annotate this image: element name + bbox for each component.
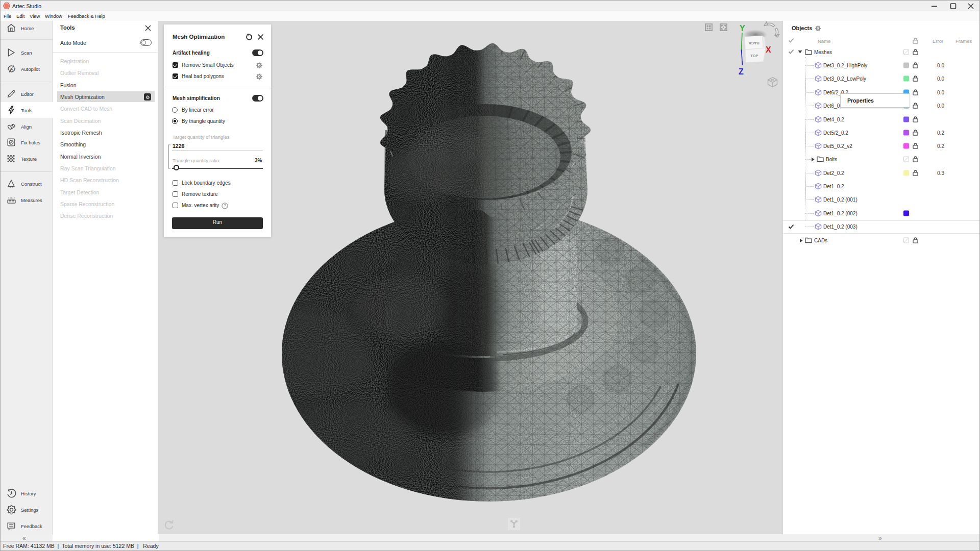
svg-text:Y: Y xyxy=(740,24,745,33)
svg-text:A: A xyxy=(10,67,13,71)
svg-text:X: X xyxy=(766,45,771,54)
svg-text:Z: Z xyxy=(739,67,744,76)
svg-text:BACK: BACK xyxy=(748,41,760,45)
svg-text:?: ? xyxy=(224,203,226,208)
svg-text:TOP: TOP xyxy=(750,54,758,58)
